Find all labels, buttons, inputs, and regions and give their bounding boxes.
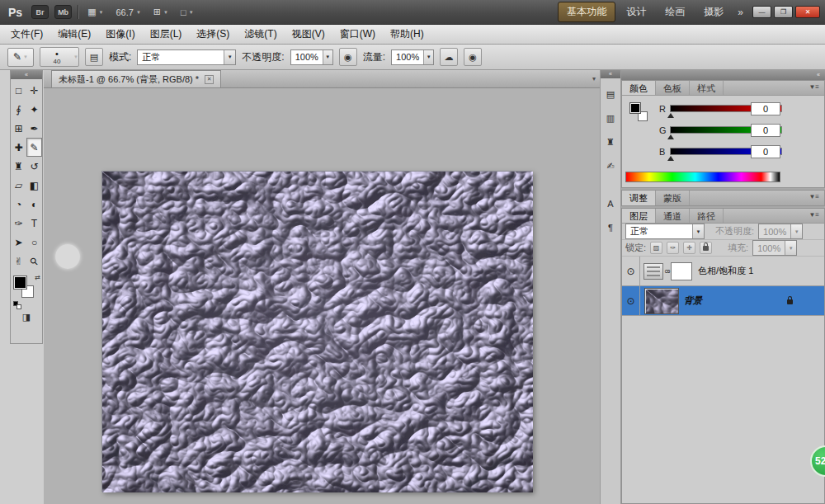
layers-blend-mode-select[interactable]: 正常 ▼ bbox=[625, 224, 705, 239]
history-panel-button[interactable]: ▤ bbox=[602, 86, 619, 102]
adjustment-layer-thumbnail[interactable] bbox=[644, 263, 663, 280]
slider-marker-icon[interactable] bbox=[667, 134, 674, 139]
layer-row-background[interactable]: ⊙ 背景 bbox=[622, 286, 824, 316]
view-extras-dropdown[interactable]: ▦ ▼ bbox=[84, 5, 106, 19]
restore-button[interactable]: ❐ bbox=[774, 6, 793, 18]
swap-colors-icon[interactable]: ⇄ bbox=[35, 274, 40, 281]
workspace-photography-button[interactable]: 摄影 bbox=[695, 2, 732, 21]
tool-pen[interactable]: ✑ bbox=[11, 214, 26, 233]
clone-source-panel-button[interactable]: ♜ bbox=[602, 134, 619, 150]
notes-panel-button[interactable]: ✍ bbox=[602, 158, 619, 174]
character-panel-button[interactable]: A bbox=[602, 195, 619, 212]
tool-rectangular-marquee[interactable]: □ bbox=[11, 81, 26, 100]
lock-pixels-button[interactable]: ✑ bbox=[667, 242, 679, 254]
toggle-brush-panel-button[interactable]: ▤ bbox=[85, 48, 103, 66]
menu-image[interactable]: 图像(I) bbox=[98, 27, 142, 41]
tool-move[interactable]: ✛ bbox=[26, 81, 42, 100]
lock-all-button[interactable] bbox=[700, 242, 712, 254]
tool-eraser[interactable]: ▱ bbox=[11, 176, 26, 195]
tool-hand[interactable]: ✌ bbox=[11, 252, 26, 271]
close-button[interactable]: ✕ bbox=[795, 6, 820, 18]
menu-layer[interactable]: 图层(L) bbox=[143, 27, 190, 41]
tool-eyedropper[interactable]: ✒ bbox=[26, 119, 42, 138]
foreground-color-swatch[interactable] bbox=[14, 276, 26, 289]
airbrush-button[interactable]: ☁ bbox=[440, 48, 458, 66]
arrange-documents-dropdown[interactable]: ⊞ ▼ bbox=[150, 5, 172, 19]
dock-collapse-icon[interactable]: « bbox=[621, 70, 825, 80]
tab-layers[interactable]: 图层 bbox=[622, 209, 656, 223]
menu-window[interactable]: 窗口(W) bbox=[332, 27, 383, 41]
screen-mode-dropdown[interactable]: □ ▼ bbox=[177, 6, 197, 19]
tool-blur[interactable]: ◔ bbox=[11, 195, 26, 214]
tool-brush[interactable]: ✎ bbox=[26, 138, 42, 157]
menu-help[interactable]: 帮助(H) bbox=[383, 27, 431, 41]
blue-channel-value[interactable]: 0 bbox=[751, 145, 780, 158]
tab-channels[interactable]: 通道 bbox=[656, 209, 690, 223]
tool-ellipse[interactable]: ○ bbox=[26, 233, 42, 252]
lock-transparency-button[interactable]: ▨ bbox=[650, 242, 662, 254]
layer-mask-link-icon[interactable]: 8 bbox=[663, 269, 672, 273]
minibridge-button[interactable]: Mb bbox=[54, 5, 72, 19]
layer-name[interactable]: 色相/饱和度 1 bbox=[698, 265, 753, 277]
workspace-design-button[interactable]: 设计 bbox=[618, 2, 654, 21]
blend-mode-select[interactable]: 正常 ▼ bbox=[137, 49, 236, 65]
menu-view[interactable]: 视图(V) bbox=[285, 27, 332, 41]
tool-zoom[interactable]: ⚲ bbox=[26, 252, 42, 271]
close-document-icon[interactable]: ✕ bbox=[205, 75, 214, 84]
zoom-level-dropdown[interactable]: 66.7 ▼ bbox=[112, 6, 144, 19]
menu-filter[interactable]: 滤镜(T) bbox=[237, 27, 284, 41]
layer-name[interactable]: 背景 bbox=[684, 294, 702, 307]
panel-menu-icon[interactable]: ▼≡ bbox=[804, 81, 824, 95]
tab-bar-menu-icon[interactable]: ▾ bbox=[592, 75, 600, 82]
tab-masks[interactable]: 蒙版 bbox=[656, 191, 690, 205]
tool-crop[interactable]: ⊞ bbox=[11, 119, 26, 138]
tool-quick-selection[interactable]: ✦ bbox=[26, 100, 42, 119]
tool-history-brush[interactable]: ↺ bbox=[26, 157, 42, 176]
canvas-image[interactable] bbox=[102, 172, 533, 492]
menu-edit[interactable]: 编辑(E) bbox=[50, 27, 98, 41]
paragraph-panel-button[interactable]: ¶ bbox=[602, 219, 619, 236]
current-tool-button[interactable]: ✎ ▼ bbox=[7, 48, 34, 67]
dock-expand-icon[interactable]: « bbox=[601, 70, 620, 78]
menu-file[interactable]: 文件(F) bbox=[3, 27, 50, 41]
green-channel-value[interactable]: 0 bbox=[751, 124, 780, 137]
layers-opacity-select[interactable]: 100% ▼ bbox=[758, 224, 803, 239]
quick-mask-button[interactable]: ◨ bbox=[19, 312, 34, 323]
flow-select[interactable]: 100% ▼ bbox=[391, 49, 434, 65]
tab-paths[interactable]: 路径 bbox=[690, 209, 724, 223]
color-spectrum-ramp[interactable] bbox=[625, 172, 780, 182]
tablet-pressure-opacity-button[interactable]: ◉ bbox=[339, 48, 357, 66]
slider-marker-icon[interactable] bbox=[667, 156, 674, 161]
tab-color[interactable]: 颜色 bbox=[622, 81, 656, 95]
workspace-overflow-button[interactable]: » bbox=[734, 7, 750, 18]
layer-visibility-toggle[interactable]: ⊙ bbox=[622, 257, 640, 285]
tab-adjustments[interactable]: 调整 bbox=[622, 191, 656, 205]
panel-menu-icon[interactable]: ▼≡ bbox=[804, 209, 824, 223]
red-channel-value[interactable]: 0 bbox=[751, 102, 780, 115]
slider-marker-icon[interactable] bbox=[667, 113, 674, 118]
minimize-button[interactable]: — bbox=[752, 6, 771, 18]
workspace-essentials-button[interactable]: 基本功能 bbox=[558, 2, 615, 22]
document-tab[interactable]: 未标题-1 @ 66.7% (背景, RGB/8) * ✕ bbox=[51, 70, 221, 87]
layer-mask-thumbnail[interactable] bbox=[671, 262, 692, 280]
brush-preset-picker[interactable]: • 40 ▼ bbox=[40, 47, 79, 67]
canvas-workspace[interactable] bbox=[44, 88, 600, 504]
bridge-button[interactable]: Br bbox=[31, 5, 49, 19]
layer-comps-panel-button[interactable]: ▥ bbox=[602, 110, 619, 126]
layers-fill-select[interactable]: 100% ▼ bbox=[752, 240, 797, 256]
panel-menu-icon[interactable]: ▼≡ bbox=[804, 191, 824, 205]
tablet-pressure-size-button[interactable]: ◉ bbox=[464, 48, 482, 66]
lock-position-button[interactable]: ✛ bbox=[683, 242, 695, 254]
tool-clone-stamp[interactable]: ♜ bbox=[11, 157, 26, 176]
default-colors-icon[interactable] bbox=[13, 301, 21, 309]
background-layer-thumbnail[interactable] bbox=[645, 289, 678, 313]
workspace-paint-button[interactable]: 绘画 bbox=[657, 2, 693, 21]
layer-row-hue-saturation[interactable]: ⊙ 8 色相/饱和度 1 bbox=[622, 257, 824, 286]
tab-styles[interactable]: 样式 bbox=[690, 81, 724, 95]
tab-swatches[interactable]: 色板 bbox=[656, 81, 690, 95]
tool-type[interactable]: T bbox=[26, 214, 42, 233]
menu-select[interactable]: 选择(S) bbox=[189, 27, 237, 41]
tool-spot-healing-brush[interactable]: ✚ bbox=[11, 138, 26, 157]
layer-visibility-toggle[interactable]: ⊙ bbox=[622, 286, 640, 315]
opacity-select[interactable]: 100% ▼ bbox=[290, 49, 333, 65]
